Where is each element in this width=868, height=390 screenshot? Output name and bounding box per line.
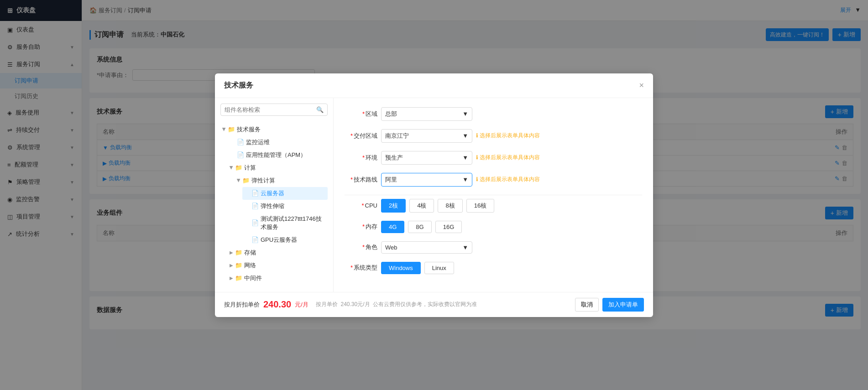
hint-icon-env: ℹ bbox=[476, 154, 478, 161]
config-row-region: 区域 总部 ▼ bbox=[345, 107, 642, 121]
folder-network-icon: 📁 bbox=[235, 262, 242, 269]
modal-overlay: 技术服务 × 🔍 ▶ 📁 技术服务 bbox=[0, 0, 868, 390]
price-value: 240.30 bbox=[263, 299, 291, 310]
config-row-cpu: CPU 2核 4核 8核 16核 bbox=[345, 199, 642, 213]
file-gpu-server-icon: 📄 bbox=[251, 236, 259, 243]
tree-folder-middleware[interactable]: ▶ 📁 中间件 bbox=[228, 272, 328, 285]
delivery-label: 交付区域 bbox=[345, 132, 381, 140]
folder-compute-icon: 📁 bbox=[235, 164, 242, 171]
region-label: 区域 bbox=[345, 110, 381, 118]
caret-elastic: ▶ bbox=[236, 179, 241, 182]
modal-header: 技术服务 × bbox=[215, 73, 653, 98]
hint-icon-delivery: ℹ bbox=[476, 132, 478, 139]
memory-option-8g[interactable]: 8G bbox=[408, 221, 431, 233]
price-section: 按月折扣单价 240.30 元/月 按月单价 240.30元/月 公有云费用仅供… bbox=[224, 299, 477, 310]
env-chevron-icon: ▼ bbox=[462, 154, 468, 161]
modal: 技术服务 × 🔍 ▶ 📁 技术服务 bbox=[215, 73, 653, 317]
role-select[interactable]: Web ▼ bbox=[381, 241, 472, 254]
tree-leaf-monitor[interactable]: 📄 监控运维 bbox=[228, 136, 328, 149]
env-label: 环境 bbox=[345, 154, 381, 162]
tech-route-chevron-icon: ▼ bbox=[462, 176, 468, 183]
role-chevron-icon: ▼ bbox=[462, 244, 468, 251]
hint-icon-tech: ℹ bbox=[476, 176, 478, 182]
cpu-options: 2核 4核 8核 16核 bbox=[381, 199, 494, 213]
memory-option-4g[interactable]: 4G bbox=[381, 221, 404, 233]
cpu-label: CPU bbox=[345, 202, 381, 209]
config-row-env: 环境 预生产 ▼ ℹ 选择后展示表单具体内容 bbox=[345, 151, 642, 165]
tree-leaf-test-service[interactable]: 📄 测试测试1227ttt1746技术服务 bbox=[242, 213, 328, 234]
cpu-control: 2核 4核 8核 16核 bbox=[381, 199, 642, 213]
os-control: Windows Linux bbox=[381, 262, 642, 274]
caret-network: ▶ bbox=[230, 263, 233, 268]
tech-route-hint: ℹ 选择后展示表单具体内容 bbox=[476, 176, 540, 183]
tree-root-children: 📄 监控运维 📄 应用性能管理（APM） ▶ 📁 计算 bbox=[220, 136, 328, 285]
modal-title: 技术服务 bbox=[224, 81, 253, 90]
os-options: Windows Linux bbox=[381, 262, 454, 274]
tech-route-label: 技术路线 bbox=[345, 176, 381, 184]
delivery-hint: ℹ 选择后展示表单具体内容 bbox=[476, 132, 540, 140]
delivery-control: 南京江宁 ▼ ℹ 选择后展示表单具体内容 bbox=[381, 129, 642, 143]
memory-label: 内存 bbox=[345, 223, 381, 231]
env-select[interactable]: 预生产 ▼ bbox=[381, 151, 472, 165]
config-row-memory: 内存 4G 8G 16G bbox=[345, 221, 642, 233]
os-label: 系统类型 bbox=[345, 264, 381, 272]
tree-leaf-apm[interactable]: 📄 应用性能管理（APM） bbox=[228, 149, 328, 161]
tree-leaf-cloud-server[interactable]: 📄 云服务器 bbox=[242, 187, 328, 200]
modal-action-buttons: 取消 加入申请单 bbox=[575, 298, 644, 312]
cpu-option-16core[interactable]: 16核 bbox=[466, 199, 494, 213]
tree-leaf-elastic-scale[interactable]: 📄 弹性伸缩 bbox=[242, 200, 328, 213]
memory-control: 4G 8G 16G bbox=[381, 221, 642, 233]
caret-compute: ▶ bbox=[229, 166, 234, 170]
tech-route-select[interactable]: 阿里 ▼ bbox=[381, 173, 472, 187]
modal-body: 🔍 ▶ 📁 技术服务 📄 监控运维 bbox=[215, 98, 653, 292]
region-select[interactable]: 总部 ▼ bbox=[381, 107, 472, 121]
file-cloud-server-icon: 📄 bbox=[251, 190, 259, 197]
folder-middleware-icon: 📁 bbox=[235, 275, 242, 281]
price-note: 按月单价 240.30元/月 公有云费用仅供参考，实际收费以官网为准 bbox=[316, 301, 477, 308]
delivery-select[interactable]: 南京江宁 ▼ bbox=[381, 129, 472, 143]
os-option-windows[interactable]: Windows bbox=[381, 262, 421, 274]
region-chevron-icon: ▼ bbox=[462, 110, 468, 117]
config-row-delivery: 交付区域 南京江宁 ▼ ℹ 选择后展示表单具体内容 bbox=[345, 129, 642, 143]
tree-folder-storage[interactable]: ▶ 📁 存储 bbox=[228, 246, 328, 259]
role-label: 角色 bbox=[345, 243, 381, 251]
modal-footer: 按月折扣单价 240.30 元/月 按月单价 240.30元/月 公有云费用仅供… bbox=[215, 292, 653, 317]
tree-folder-network[interactable]: ▶ 📁 网络 bbox=[228, 259, 328, 272]
cpu-option-2core[interactable]: 2核 bbox=[381, 199, 406, 213]
tree-folder-elastic[interactable]: ▶ 📁 弹性计算 bbox=[235, 174, 328, 187]
cancel-button[interactable]: 取消 bbox=[575, 298, 599, 312]
folder-elastic-icon: 📁 bbox=[242, 177, 250, 184]
cpu-option-8core[interactable]: 8核 bbox=[438, 199, 462, 213]
divider-1 bbox=[345, 195, 642, 195]
tree-folder-compute[interactable]: ▶ 📁 计算 bbox=[228, 161, 328, 174]
tree-elastic-children: 📄 云服务器 📄 弹性伸缩 📄 测试测试1227ttt1746技术服务 bbox=[235, 187, 328, 246]
config-panel: 区域 总部 ▼ 交付区域 南京江宁 ▼ bbox=[334, 98, 653, 292]
tree-folder-root[interactable]: ▶ 📁 技术服务 bbox=[220, 123, 328, 136]
role-control: Web ▼ bbox=[381, 241, 642, 254]
file-monitor-icon: 📄 bbox=[237, 139, 244, 146]
tree-panel: 🔍 ▶ 📁 技术服务 📄 监控运维 bbox=[215, 98, 334, 292]
search-icon: 🔍 bbox=[316, 106, 324, 113]
caret-root: ▶ bbox=[222, 128, 227, 131]
folder-root-icon: 📁 bbox=[228, 126, 235, 133]
cpu-option-4core[interactable]: 4核 bbox=[409, 199, 434, 213]
search-input[interactable] bbox=[225, 106, 314, 113]
memory-options: 4G 8G 16G bbox=[381, 221, 462, 233]
file-test-service-icon: 📄 bbox=[251, 219, 259, 226]
memory-option-16g[interactable]: 16G bbox=[435, 221, 462, 233]
tree-leaf-gpu-server[interactable]: 📄 GPU云服务器 bbox=[242, 234, 328, 246]
caret-middleware: ▶ bbox=[230, 276, 233, 281]
env-control: 预生产 ▼ ℹ 选择后展示表单具体内容 bbox=[381, 151, 642, 165]
tree-compute-children: ▶ 📁 弹性计算 📄 云服务器 📄 bbox=[228, 174, 328, 246]
config-row-role: 角色 Web ▼ bbox=[345, 241, 642, 254]
env-hint: ℹ 选择后展示表单具体内容 bbox=[476, 154, 540, 161]
os-option-linux[interactable]: Linux bbox=[424, 262, 454, 274]
caret-storage: ▶ bbox=[230, 250, 233, 255]
file-apm-icon: 📄 bbox=[237, 151, 244, 158]
modal-close-button[interactable]: × bbox=[639, 81, 644, 90]
region-control: 总部 ▼ bbox=[381, 107, 642, 121]
tech-route-control: 阿里 ▼ ℹ 选择后展示表单具体内容 bbox=[381, 173, 642, 187]
discount-label: 按月折扣单价 bbox=[224, 301, 260, 309]
folder-storage-icon: 📁 bbox=[235, 249, 242, 256]
add-to-order-button[interactable]: 加入申请单 bbox=[602, 298, 644, 312]
